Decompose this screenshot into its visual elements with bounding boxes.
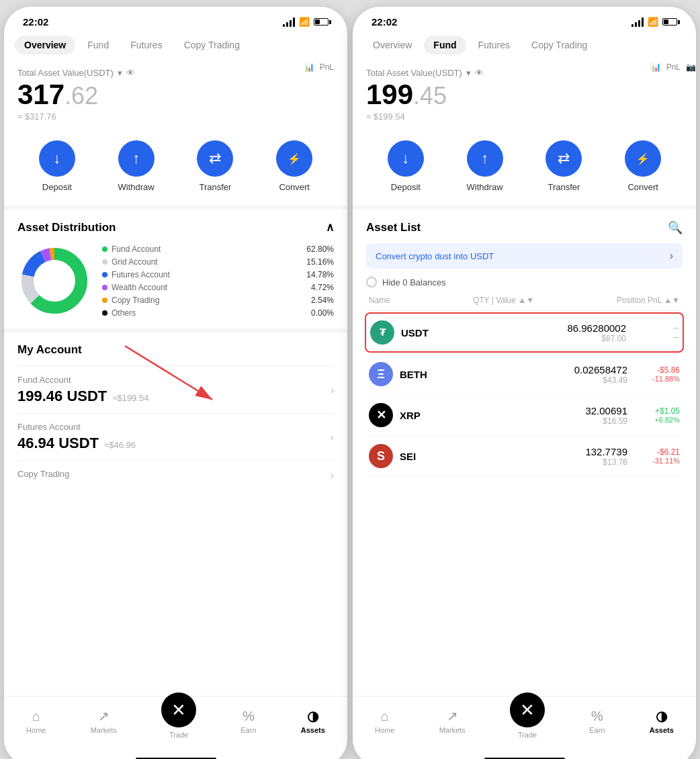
fund-account-value: 199.46 USDT [17, 388, 107, 405]
beth-icon: Ξ [369, 362, 393, 386]
nav-earn-2[interactable]: % Earn [589, 709, 605, 734]
asset-list-section: Asset List 🔍 Convert crypto dust into US… [353, 210, 696, 482]
distribution-title: Asset Distribution ∧ [17, 220, 334, 234]
chart-icon-2: 📊 [651, 62, 661, 72]
xrp-pnl: +$1.05 +6.82% [633, 406, 680, 424]
wifi-icon-2: 📶 [648, 17, 658, 27]
asset-value: 317.62 [17, 81, 334, 109]
transfer-button-2[interactable]: ⇄ Transfer [545, 140, 582, 192]
action-buttons: ↓ Deposit ↑ Withdraw ⇄ Transfer ⚡ Conver… [4, 130, 347, 206]
convert-label-2: Convert [627, 182, 658, 192]
battery-icon-2 [662, 18, 677, 26]
tab-futures-2[interactable]: Futures [469, 36, 519, 54]
tab-copy-trading[interactable]: Copy Trading [175, 36, 249, 54]
tab-futures[interactable]: Futures [121, 36, 171, 54]
nav-markets-2[interactable]: ↗ Markets [439, 708, 466, 734]
col-qty[interactable]: QTY | Value ▲▼ [473, 296, 534, 305]
deposit-button-2[interactable]: ↓ Deposit [388, 140, 424, 192]
convert-button-2[interactable]: ⚡ Convert [625, 140, 661, 192]
legend-others: Others 0.00% [102, 308, 334, 318]
hide-balances-radio[interactable] [366, 277, 377, 287]
copy-trading-arrow: › [331, 470, 334, 482]
sei-pnl: -$6.21 -31.11% [633, 447, 680, 465]
nav-trade-2[interactable]: ✕ Trade [510, 703, 545, 739]
deposit-button[interactable]: ↓ Deposit [39, 140, 75, 192]
legend-fund-dot [102, 247, 107, 252]
transfer-icon: ⇄ [197, 140, 233, 177]
xrp-icon: ✕ [369, 403, 393, 427]
signal-icon [283, 17, 295, 27]
nav-assets[interactable]: ◑ Assets [301, 708, 325, 734]
fund-account-item[interactable]: Fund Account 199.46 USDT ≈$199.54 › [17, 366, 334, 413]
copy-trading-item[interactable]: Copy Trading › [17, 460, 334, 490]
sei-name: SEI [400, 451, 585, 462]
withdraw-icon: ↑ [118, 140, 155, 177]
legend-others-dot [102, 310, 107, 316]
nav-trade[interactable]: ✕ Trade [161, 703, 196, 739]
deposit-icon: ↓ [39, 140, 75, 177]
xrp-name: XRP [400, 410, 585, 421]
assets-icon-2: ◑ [656, 708, 667, 724]
eye-icon-2[interactable]: 👁 [475, 68, 484, 78]
usdt-icon: ₮ [370, 320, 394, 345]
dropdown-icon-2[interactable]: ▾ [466, 68, 471, 78]
asset-row-sei[interactable]: S SEI 132.7739 $13.76 -$6.21 -31.11% [366, 436, 683, 477]
status-bar-2: 22:02 📶 [353, 7, 696, 33]
home-indicator-2 [353, 752, 696, 759]
nav-assets-2[interactable]: ◑ Assets [650, 708, 674, 734]
withdraw-label-2: Withdraw [467, 182, 503, 192]
convert-banner-arrow: › [670, 250, 673, 262]
time: 22:02 [23, 16, 48, 28]
home-indicator [4, 752, 347, 759]
sei-icon: S [369, 444, 393, 468]
tab-fund-2[interactable]: Fund [424, 36, 466, 54]
dropdown-icon[interactable]: ▾ [118, 68, 122, 78]
withdraw-icon-2: ↑ [467, 140, 503, 177]
hide-balances-label: Hide 0 Balances [382, 277, 446, 287]
beth-qty: 0.02658472 $43.49 [574, 364, 627, 385]
tab-overview[interactable]: Overview [15, 36, 75, 54]
col-name: Name [369, 296, 390, 305]
tab-copy-trading-2[interactable]: Copy Trading [522, 36, 597, 54]
asset-row-xrp[interactable]: ✕ XRP 32.00691 $16.59 +$1.05 +6.82% [366, 395, 683, 436]
fund-account-usd: ≈$199.54 [112, 393, 148, 403]
my-account-title: My Account [17, 343, 334, 357]
trade-button-2[interactable]: ✕ [510, 693, 545, 727]
tab-overview-2[interactable]: Overview [363, 36, 421, 54]
convert-banner[interactable]: Convert crypto dust into USDT › [366, 243, 683, 269]
nav-home[interactable]: ⌂ Home [26, 709, 46, 734]
tab-fund[interactable]: Fund [78, 36, 118, 54]
col-pnl[interactable]: Position PnL ▲▼ [617, 296, 680, 305]
hide-balances[interactable]: Hide 0 Balances [366, 277, 683, 287]
eye-icon[interactable]: 👁 [126, 68, 135, 78]
withdraw-button-2[interactable]: ↑ Withdraw [467, 140, 503, 192]
convert-button[interactable]: ⚡ Convert [276, 140, 312, 192]
screen-fund: 22:02 📶 Overview Fund Futures Copy Tradi… [353, 7, 696, 759]
convert-label: Convert [279, 182, 310, 192]
legend-grid: Grid Account 15.16% [102, 257, 334, 267]
deposit-icon-2: ↓ [388, 140, 424, 177]
pnl-label: PnL [320, 62, 334, 72]
trade-button[interactable]: ✕ [161, 693, 196, 727]
nav-markets[interactable]: ↗ Markets [91, 708, 117, 734]
legend-copy: Copy Trading 2.54% [102, 296, 334, 305]
futures-account-arrow: › [331, 431, 334, 443]
xrp-qty: 32.00691 $16.59 [585, 405, 627, 426]
transfer-button[interactable]: ⇄ Transfer [197, 140, 233, 192]
action-buttons-2: ↓ Deposit ↑ Withdraw ⇄ Transfer ⚡ Conver… [353, 130, 696, 206]
withdraw-label: Withdraw [118, 182, 155, 192]
distribution-content: Fund Account 62.80% Grid Account 15.16% … [17, 244, 334, 318]
asset-row-usdt[interactable]: ₮ USDT 86.96280002 $87.00 -- -- [365, 312, 684, 353]
asset-value-2: 199.45 [366, 81, 683, 109]
nav-home-2[interactable]: ⌂ Home [375, 709, 394, 734]
futures-account-item[interactable]: Futures Account 46.94 USDT ≈$46.96 › [17, 413, 334, 460]
asset-table-header: Name QTY | Value ▲▼ Position PnL ▲▼ [366, 296, 683, 311]
tab-bar: Overview Fund Futures Copy Trading [4, 33, 347, 62]
search-icon[interactable]: 🔍 [668, 220, 683, 235]
withdraw-button[interactable]: ↑ Withdraw [118, 140, 155, 192]
usdt-name: USDT [401, 327, 567, 339]
collapse-icon[interactable]: ∧ [326, 220, 334, 234]
nav-earn[interactable]: % Earn [240, 709, 256, 734]
asset-row-beth[interactable]: Ξ BETH 0.02658472 $43.49 -$5.86 -11.88% [366, 354, 683, 395]
convert-banner-text: Convert crypto dust into USDT [376, 251, 494, 261]
